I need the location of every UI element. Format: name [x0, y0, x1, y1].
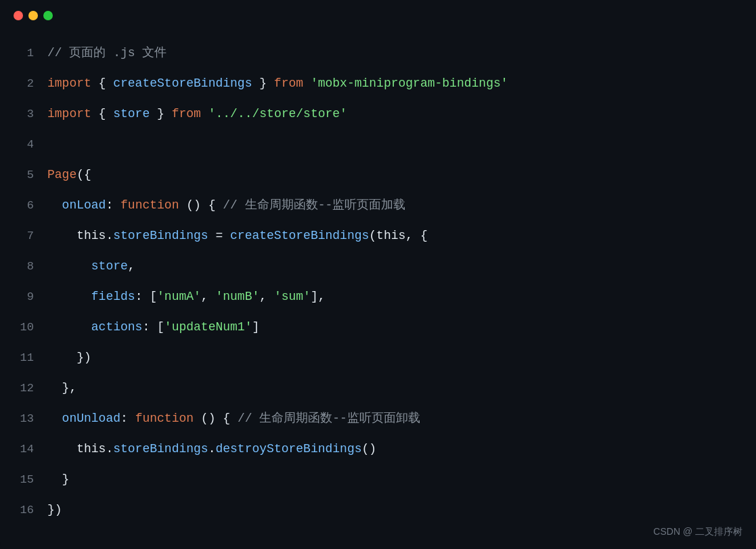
- code-token: ],: [311, 290, 326, 303]
- code-token: 'sum': [274, 290, 311, 303]
- code-token: },: [47, 381, 76, 395]
- code-token: function: [120, 198, 179, 212]
- code-token: }: [252, 76, 273, 90]
- line-content: store,: [47, 251, 742, 281]
- code-line: 10 actions: ['updateNum1']: [0, 312, 756, 343]
- code-line: 2import { createStoreBindings } from 'mo…: [0, 68, 756, 99]
- code-token: onUnload: [47, 412, 120, 425]
- code-line: 13 onUnload: function () { // 生命周期函数--监听…: [0, 403, 756, 434]
- code-token: {: [91, 76, 113, 90]
- line-content: Page({: [47, 160, 742, 190]
- code-token: this.: [47, 229, 113, 242]
- code-token: =: [208, 229, 230, 242]
- code-token: }): [47, 351, 91, 364]
- line-number: 13: [14, 404, 34, 434]
- code-line: 15 }: [0, 464, 756, 495]
- minimize-button[interactable]: [28, 11, 38, 20]
- line-number: 8: [14, 252, 34, 282]
- code-token: destroyStoreBindings: [215, 442, 361, 456]
- line-content: }): [47, 343, 742, 372]
- code-line: 8 store,: [0, 251, 756, 282]
- code-line: 16}): [0, 495, 756, 525]
- line-number: 6: [14, 191, 34, 221]
- line-content: this.storeBindings = createStoreBindings…: [47, 221, 742, 250]
- line-number: 5: [14, 160, 34, 190]
- code-token: : [: [142, 320, 164, 334]
- traffic-lights: [14, 11, 53, 20]
- code-token: (): [362, 442, 377, 456]
- watermark: CSDN @ 二叉排序树: [653, 526, 742, 538]
- code-token: storeBindings: [113, 229, 208, 242]
- line-content: onLoad: function () { // 生命周期函数--监听页面加载: [47, 190, 742, 220]
- code-token: import: [47, 76, 91, 90]
- code-token: :: [120, 412, 135, 425]
- code-token: [303, 76, 311, 90]
- code-token: actions: [47, 320, 142, 334]
- code-token: // 生命周期函数--监听页面加载: [223, 198, 405, 212]
- line-number: 3: [14, 100, 34, 129]
- code-token: onLoad: [47, 198, 106, 212]
- code-token: createStoreBindings: [230, 229, 369, 242]
- code-token: .: [208, 442, 216, 456]
- line-content: import { createStoreBindings } from 'mob…: [47, 68, 742, 98]
- line-content: fields: ['numA', 'numB', 'sum'],: [47, 282, 742, 311]
- line-content: }): [47, 495, 742, 525]
- line-content: // 页面的 .js 文件: [47, 38, 742, 68]
- code-token: store: [113, 107, 150, 120]
- code-token: this.: [47, 442, 113, 456]
- code-token: createStoreBindings: [113, 76, 252, 90]
- code-token: ,: [259, 290, 274, 303]
- code-line: 7 this.storeBindings = createStoreBindin…: [0, 221, 756, 251]
- titlebar: [0, 0, 756, 31]
- code-token: : [: [135, 290, 157, 303]
- line-number: 9: [14, 282, 34, 312]
- code-token: '../../store/store': [208, 107, 347, 120]
- code-line: 6 onLoad: function () { // 生命周期函数--监听页面加…: [0, 190, 756, 221]
- code-token: // 生命周期函数--监听页面卸载: [238, 412, 420, 425]
- maximize-button[interactable]: [43, 11, 53, 20]
- line-number: 14: [14, 435, 34, 464]
- code-line: 3import { store } from '../../store/stor…: [0, 99, 756, 129]
- line-content: this.storeBindings.destroyStoreBindings(…: [47, 434, 742, 464]
- code-line: 14 this.storeBindings.destroyStoreBindin…: [0, 434, 756, 464]
- code-token: 'numA': [157, 290, 201, 303]
- code-area: 1// 页面的 .js 文件2import { createStoreBindi…: [0, 31, 756, 532]
- code-token: from: [274, 76, 303, 90]
- code-line: 1// 页面的 .js 文件: [0, 38, 756, 68]
- line-number: 12: [14, 374, 34, 403]
- code-token: import: [47, 107, 91, 120]
- code-line: 12 },: [0, 373, 756, 403]
- window: 1// 页面的 .js 文件2import { createStoreBindi…: [0, 0, 756, 549]
- line-number: 16: [14, 496, 34, 525]
- code-token: from: [172, 107, 201, 120]
- code-token: }): [47, 503, 62, 517]
- code-line: 9 fields: ['numA', 'numB', 'sum'],: [0, 282, 756, 312]
- code-token: }: [150, 107, 171, 120]
- line-number: 4: [14, 130, 34, 160]
- code-token: Page: [47, 168, 76, 181]
- line-number: 11: [14, 343, 34, 373]
- line-content: actions: ['updateNum1']: [47, 312, 742, 342]
- code-token: 'mobx-miniprogram-bindings': [311, 76, 508, 90]
- code-token: ,: [128, 259, 135, 273]
- line-content: },: [47, 373, 742, 403]
- code-token: [201, 107, 208, 120]
- code-line: 4: [0, 129, 756, 160]
- code-token: function: [135, 412, 194, 425]
- code-token: ({: [76, 168, 91, 181]
- close-button[interactable]: [14, 11, 23, 20]
- code-token: :: [106, 198, 120, 212]
- code-token: ,: [201, 290, 216, 303]
- code-token: store: [47, 259, 128, 273]
- code-line: 11 }): [0, 343, 756, 373]
- code-token: 'updateNum1': [164, 320, 252, 334]
- line-content: import { store } from '../../store/store…: [47, 99, 742, 129]
- code-token: storeBindings: [113, 442, 208, 456]
- line-content: }: [47, 464, 742, 494]
- code-token: {: [91, 107, 113, 120]
- line-number: 10: [14, 313, 34, 343]
- code-token: 'numB': [215, 290, 259, 303]
- code-token: // 页面的 .js 文件: [47, 46, 166, 60]
- code-token: () {: [194, 412, 238, 425]
- line-number: 7: [14, 221, 34, 251]
